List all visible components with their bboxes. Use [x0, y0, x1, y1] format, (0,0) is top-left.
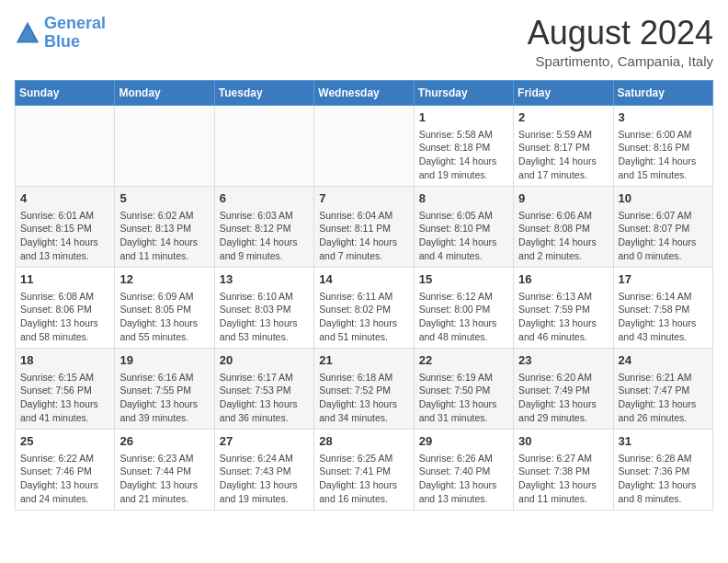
calendar-cell: 3Sunrise: 6:00 AM Sunset: 8:16 PM Daylig…	[613, 105, 712, 186]
calendar-cell: 7Sunrise: 6:04 AM Sunset: 8:11 PM Daylig…	[314, 186, 414, 267]
day-number: 21	[319, 352, 408, 369]
calendar-cell: 22Sunrise: 6:19 AM Sunset: 7:50 PM Dayli…	[414, 348, 513, 429]
calendar-cell: 26Sunrise: 6:23 AM Sunset: 7:44 PM Dayli…	[115, 429, 214, 510]
calendar-cell: 18Sunrise: 6:15 AM Sunset: 7:56 PM Dayli…	[16, 348, 115, 429]
calendar-cell: 16Sunrise: 6:13 AM Sunset: 7:59 PM Dayli…	[514, 267, 613, 348]
calendar-week-3: 11Sunrise: 6:08 AM Sunset: 8:06 PM Dayli…	[16, 267, 713, 348]
day-header-wednesday: Wednesday	[314, 80, 414, 105]
calendar-cell: 23Sunrise: 6:20 AM Sunset: 7:49 PM Dayli…	[514, 348, 613, 429]
calendar-cell	[115, 105, 214, 186]
day-info: Sunrise: 6:06 AM Sunset: 8:08 PM Dayligh…	[518, 209, 608, 263]
logo-icon	[15, 20, 40, 46]
calendar-cell: 21Sunrise: 6:18 AM Sunset: 7:52 PM Dayli…	[314, 348, 414, 429]
day-info: Sunrise: 6:10 AM Sunset: 8:03 PM Dayligh…	[220, 290, 309, 344]
day-number: 27	[220, 433, 309, 450]
day-number: 28	[319, 433, 408, 450]
day-number: 14	[319, 271, 408, 288]
calendar-cell: 10Sunrise: 6:07 AM Sunset: 8:07 PM Dayli…	[613, 186, 712, 267]
calendar-cell	[214, 105, 313, 186]
day-number: 31	[619, 433, 708, 450]
day-number: 3	[619, 109, 708, 126]
day-header-tuesday: Tuesday	[214, 80, 313, 105]
day-number: 2	[518, 109, 608, 126]
calendar-cell: 27Sunrise: 6:24 AM Sunset: 7:43 PM Dayli…	[214, 429, 313, 510]
day-number: 16	[518, 271, 608, 288]
day-number: 1	[419, 109, 508, 126]
day-number: 17	[619, 271, 708, 288]
day-info: Sunrise: 6:27 AM Sunset: 7:38 PM Dayligh…	[518, 452, 608, 506]
day-number: 30	[518, 433, 608, 450]
day-info: Sunrise: 6:01 AM Sunset: 8:15 PM Dayligh…	[20, 209, 109, 263]
day-number: 15	[419, 271, 508, 288]
calendar-cell: 12Sunrise: 6:09 AM Sunset: 8:05 PM Dayli…	[115, 267, 214, 348]
day-number: 23	[518, 352, 608, 369]
logo-line2: Blue	[44, 32, 80, 51]
calendar-cell: 13Sunrise: 6:10 AM Sunset: 8:03 PM Dayli…	[214, 267, 313, 348]
day-number: 7	[319, 190, 408, 207]
day-header-sunday: Sunday	[16, 80, 115, 105]
day-header-thursday: Thursday	[414, 80, 513, 105]
calendar-cell: 1Sunrise: 5:58 AM Sunset: 8:18 PM Daylig…	[414, 105, 513, 186]
day-number: 10	[619, 190, 708, 207]
day-number: 6	[220, 190, 309, 207]
calendar-cell: 29Sunrise: 6:26 AM Sunset: 7:40 PM Dayli…	[414, 429, 513, 510]
calendar-cell: 31Sunrise: 6:28 AM Sunset: 7:36 PM Dayli…	[613, 429, 712, 510]
calendar-week-5: 25Sunrise: 6:22 AM Sunset: 7:46 PM Dayli…	[16, 429, 713, 510]
day-header-saturday: Saturday	[613, 80, 712, 105]
calendar-cell: 2Sunrise: 5:59 AM Sunset: 8:17 PM Daylig…	[514, 105, 613, 186]
day-info: Sunrise: 6:22 AM Sunset: 7:46 PM Dayligh…	[20, 452, 109, 506]
calendar-week-4: 18Sunrise: 6:15 AM Sunset: 7:56 PM Dayli…	[16, 348, 713, 429]
day-info: Sunrise: 5:59 AM Sunset: 8:17 PM Dayligh…	[518, 128, 608, 182]
day-info: Sunrise: 6:25 AM Sunset: 7:41 PM Dayligh…	[319, 452, 408, 506]
calendar-cell: 17Sunrise: 6:14 AM Sunset: 7:58 PM Dayli…	[613, 267, 712, 348]
day-info: Sunrise: 6:24 AM Sunset: 7:43 PM Dayligh…	[220, 452, 309, 506]
day-info: Sunrise: 6:14 AM Sunset: 7:58 PM Dayligh…	[619, 290, 708, 344]
day-info: Sunrise: 6:28 AM Sunset: 7:36 PM Dayligh…	[619, 452, 708, 506]
day-info: Sunrise: 6:15 AM Sunset: 7:56 PM Dayligh…	[20, 371, 109, 425]
day-number: 5	[119, 190, 209, 207]
day-info: Sunrise: 6:19 AM Sunset: 7:50 PM Dayligh…	[419, 371, 508, 425]
main-title: August 2024	[528, 15, 713, 52]
calendar-cell: 24Sunrise: 6:21 AM Sunset: 7:47 PM Dayli…	[613, 348, 712, 429]
calendar-cell: 9Sunrise: 6:06 AM Sunset: 8:08 PM Daylig…	[514, 186, 613, 267]
day-info: Sunrise: 6:26 AM Sunset: 7:40 PM Dayligh…	[419, 452, 508, 506]
calendar-cell: 14Sunrise: 6:11 AM Sunset: 8:02 PM Dayli…	[314, 267, 414, 348]
day-number: 25	[20, 433, 109, 450]
day-info: Sunrise: 6:09 AM Sunset: 8:05 PM Dayligh…	[119, 290, 209, 344]
day-number: 19	[119, 352, 209, 369]
calendar-cell: 20Sunrise: 6:17 AM Sunset: 7:53 PM Dayli…	[214, 348, 313, 429]
calendar-week-2: 4Sunrise: 6:01 AM Sunset: 8:15 PM Daylig…	[16, 186, 713, 267]
calendar-header-row: SundayMondayTuesdayWednesdayThursdayFrid…	[16, 80, 713, 105]
calendar-cell	[314, 105, 414, 186]
day-info: Sunrise: 6:08 AM Sunset: 8:06 PM Dayligh…	[20, 290, 109, 344]
calendar-cell: 15Sunrise: 6:12 AM Sunset: 8:00 PM Dayli…	[414, 267, 513, 348]
day-number: 29	[419, 433, 508, 450]
day-info: Sunrise: 6:02 AM Sunset: 8:13 PM Dayligh…	[119, 209, 209, 263]
day-info: Sunrise: 6:21 AM Sunset: 7:47 PM Dayligh…	[619, 371, 708, 425]
logo: General Blue	[15, 15, 106, 52]
calendar-table: SundayMondayTuesdayWednesdayThursdayFrid…	[15, 80, 713, 511]
day-number: 8	[419, 190, 508, 207]
day-number: 9	[518, 190, 608, 207]
day-number: 18	[20, 352, 109, 369]
day-number: 26	[119, 433, 209, 450]
day-info: Sunrise: 6:13 AM Sunset: 7:59 PM Dayligh…	[518, 290, 608, 344]
calendar-cell: 8Sunrise: 6:05 AM Sunset: 8:10 PM Daylig…	[414, 186, 513, 267]
day-number: 20	[220, 352, 309, 369]
day-number: 22	[419, 352, 508, 369]
calendar-cell	[16, 105, 115, 186]
day-number: 24	[619, 352, 708, 369]
calendar-cell: 4Sunrise: 6:01 AM Sunset: 8:15 PM Daylig…	[16, 186, 115, 267]
page-header: General Blue August 2024 Spartimento, Ca…	[15, 15, 713, 69]
day-info: Sunrise: 6:23 AM Sunset: 7:44 PM Dayligh…	[119, 452, 209, 506]
day-info: Sunrise: 6:00 AM Sunset: 8:16 PM Dayligh…	[619, 128, 708, 182]
day-info: Sunrise: 6:03 AM Sunset: 8:12 PM Dayligh…	[220, 209, 309, 263]
day-number: 12	[119, 271, 209, 288]
day-info: Sunrise: 6:18 AM Sunset: 7:52 PM Dayligh…	[319, 371, 408, 425]
logo-line1: General	[44, 14, 106, 32]
calendar-cell: 5Sunrise: 6:02 AM Sunset: 8:13 PM Daylig…	[115, 186, 214, 267]
calendar-cell: 28Sunrise: 6:25 AM Sunset: 7:41 PM Dayli…	[314, 429, 414, 510]
day-info: Sunrise: 6:12 AM Sunset: 8:00 PM Dayligh…	[419, 290, 508, 344]
day-number: 13	[220, 271, 309, 288]
day-info: Sunrise: 6:20 AM Sunset: 7:49 PM Dayligh…	[518, 371, 608, 425]
